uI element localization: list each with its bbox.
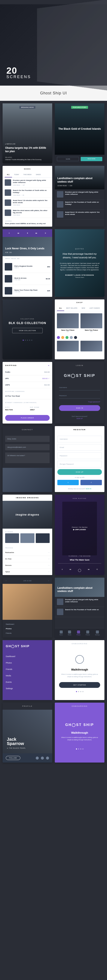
shop-product[interactable]: Name Your Poison$29: [57, 313, 79, 332]
album-thumb[interactable]: [5, 533, 19, 543]
follow-button[interactable]: FOLLOW: [6, 756, 20, 760]
news-headline[interactable]: Obama targets top 1% with $300b tax plan: [5, 146, 50, 153]
shop-filter-last[interactable]: LAST CHANCE: [87, 305, 102, 311]
watch-live-link[interactable]: ▸ WATCH LIVE: [5, 143, 50, 145]
repeat-icon[interactable]: ⟲: [96, 568, 98, 572]
album-thumb[interactable]: [20, 533, 34, 543]
news-item[interactable]: Drunken parrot charged with flying while…: [3, 178, 52, 188]
facebook-button[interactable]: f: [80, 480, 102, 485]
filter-all[interactable]: ALL: [5, 172, 12, 177]
menu-photos[interactable]: Photos: [6, 660, 49, 666]
track-item[interactable]: It's Time⋯: [3, 556, 52, 562]
prev-icon[interactable]: ⏮: [70, 568, 71, 572]
nav-friends[interactable]: Friends: [86, 630, 90, 635]
menu-friends[interactable]: Friends: [6, 666, 49, 673]
signin-button[interactable]: SIGN IN: [59, 405, 100, 411]
contact-name-input[interactable]: Davy Jones: [5, 436, 50, 442]
play-icon[interactable]: ◯: [78, 568, 81, 572]
nav-settings[interactable]: Settings: [95, 630, 100, 635]
player-menu-icon[interactable]: ≡: [8, 231, 11, 235]
track-item[interactable]: Demons⋯: [3, 562, 52, 569]
menu-dashboard[interactable]: Dashboard: [6, 653, 49, 660]
zip-value[interactable]: 10017: [27, 409, 52, 412]
instagram-icon[interactable]: [46, 757, 49, 760]
feed-item[interactable]: Search for the Fountain of Youth while o…: [55, 199, 104, 210]
feed-item[interactable]: Avast there! 10 minutes while explorin' …: [55, 210, 104, 220]
view-collection-button[interactable]: VIEW COLLECTION: [12, 328, 43, 333]
twitter-button[interactable]: t: [57, 480, 79, 485]
ship-option[interactable]: FedEx$10.00: [3, 369, 52, 375]
ship-option[interactable]: USPS$12.00: [3, 382, 52, 388]
player-next-icon[interactable]: ⏭: [35, 231, 38, 235]
shop-filter-all[interactable]: ALL: [57, 305, 64, 311]
forgot-link[interactable]: Forgot password?: [59, 401, 100, 402]
player-play-icon[interactable]: ⏸: [26, 231, 29, 235]
more-headline[interactable]: Even pirates need ABRItic at all times, …: [3, 223, 52, 227]
filter-saved[interactable]: SAVED: [34, 172, 43, 177]
product-item[interactable]: Name Your Poison Hip FlaskONE SIZE$28: [3, 285, 52, 297]
shop-filter-best[interactable]: BEST SELLERS: [64, 305, 80, 311]
feed-headline[interactable]: Landlubbers complain about useless stuff: [57, 586, 102, 593]
filter-week[interactable]: THIS WEEK: [21, 172, 34, 177]
album-thumb[interactable]: [36, 533, 50, 543]
addr-value[interactable]: 22 Pine Tree Road: [5, 395, 20, 397]
password-input[interactable]: Password: [59, 393, 100, 399]
related-link[interactable]: Obama's Trouble Articulating the State o…: [5, 159, 50, 161]
place-order-button[interactable]: PLACE ORDER: [5, 415, 50, 421]
product-item[interactable]: P&Co England HoodieSIZE M$53: [3, 261, 52, 273]
feed-headline[interactable]: Landlubbers complain about useless stuff: [57, 177, 102, 183]
feed-item[interactable]: Search for the Fountain of Youth while o…: [55, 607, 104, 617]
news-item[interactable]: Avast there! 10 minutes while explorin' …: [3, 198, 52, 208]
menu-item[interactable]: Photos: [6, 627, 49, 631]
news-item[interactable]: Walk the wind waves with plates, the oth…: [3, 208, 52, 218]
contact-message-input[interactable]: Oi! Where's me locker?: [5, 452, 50, 463]
feed-item[interactable]: Drunken parrot charged with flying while…: [55, 597, 104, 607]
filter-today[interactable]: TODAY: [12, 172, 21, 177]
color-purple[interactable]: [57, 336, 60, 339]
city-value[interactable]: New York: [3, 409, 27, 412]
contact-email-input[interactable]: davy.jones@kraken.com: [5, 444, 50, 450]
reg-username-input[interactable]: Username: [57, 436, 102, 442]
menu-media[interactable]: Media: [6, 673, 49, 679]
feed-item[interactable]: Drunken parrot charged with flying while…: [55, 189, 104, 199]
signup-button[interactable]: SIGN UP: [57, 469, 102, 475]
username-input[interactable]: Username: [59, 385, 100, 390]
gallery-image[interactable]: [3, 584, 52, 620]
menu-events[interactable]: Events: [6, 679, 49, 685]
menu-item[interactable]: Dashboard: [6, 622, 49, 627]
news-item[interactable]: Search for the Fountain of Youth while o…: [3, 188, 52, 198]
reg-password-input[interactable]: Password: [57, 452, 102, 459]
color-black[interactable]: [74, 336, 77, 339]
featured-headline[interactable]: The Black Gold of Crooked Islands: [58, 127, 101, 131]
track-item[interactable]: Radioactive⋯: [3, 549, 52, 556]
gallery-next-icon[interactable]: ›: [48, 580, 49, 582]
signup-link[interactable]: SIGN UP: [59, 418, 100, 419]
nav-media[interactable]: Media: [68, 630, 71, 635]
shop-filter-new[interactable]: NEW: [80, 305, 87, 311]
product-item[interactable]: Skull & ArrowsONE SIZE$6.08: [3, 273, 52, 285]
ship-option[interactable]: UPS$10.62 ✓: [3, 375, 52, 382]
player-close-icon[interactable]: ✕: [44, 231, 47, 235]
contact-map[interactable]: [3, 468, 52, 492]
shuffle-icon[interactable]: ⤮: [61, 568, 63, 572]
shop-product[interactable]: Name Your Poison$29: [80, 313, 102, 332]
reg-email-input[interactable]: Email: [57, 444, 102, 451]
nav-photos[interactable]: Photos: [77, 630, 80, 635]
color-gray[interactable]: [70, 336, 73, 339]
read-more-button[interactable]: READ MORE: [81, 157, 102, 161]
gallery-prev-icon[interactable]: ‹: [6, 580, 6, 582]
next-icon[interactable]: ⏭: [88, 568, 89, 572]
menu-item[interactable]: Friends: [6, 631, 49, 635]
twitter-icon[interactable]: [36, 757, 39, 760]
facebook-icon[interactable]: [41, 757, 44, 760]
reg-password2-input[interactable]: Re-type Password: [57, 461, 102, 468]
signin-link[interactable]: SIGN IN: [86, 488, 91, 490]
share-button[interactable]: SHARE: [57, 157, 79, 161]
track-item[interactable]: Tiptoe⋯: [3, 569, 52, 575]
color-orange[interactable]: [61, 336, 64, 339]
menu-settings[interactable]: Settings: [6, 685, 49, 692]
color-green[interactable]: [65, 336, 69, 339]
player-prev-icon[interactable]: ⏮: [17, 231, 20, 235]
get-started-button[interactable]: GET STARTED: [59, 682, 100, 688]
nav-news[interactable]: News: [59, 630, 63, 635]
